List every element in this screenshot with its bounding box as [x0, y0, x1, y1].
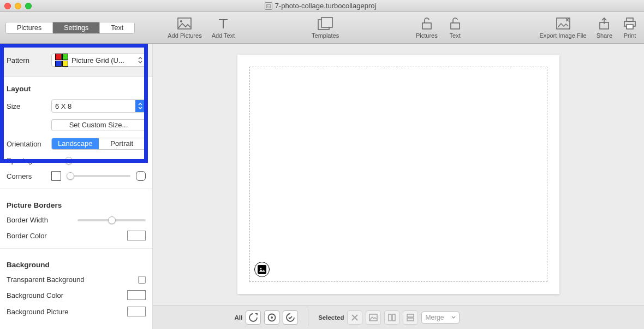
add-text-label: Add Text: [212, 32, 235, 39]
svg-rect-19: [392, 314, 395, 321]
share-icon: [597, 16, 612, 31]
svg-rect-10: [627, 18, 633, 21]
pattern-label: Pattern: [7, 56, 46, 64]
unlock-icon: [448, 16, 463, 31]
spacing-row: Spacing: [0, 153, 152, 168]
svg-rect-17: [369, 314, 377, 321]
pattern-swatch-icon: [55, 54, 68, 67]
set-custom-size-button[interactable]: Set Custom Size...: [51, 119, 146, 131]
lock-text-label: Text: [450, 32, 461, 39]
bg-picture-row: Background Picture: [0, 303, 152, 320]
templates-label: Templates: [312, 32, 339, 39]
toolbar-group-locks: Pictures Text: [416, 16, 463, 39]
size-row: Size 6 X 8: [0, 96, 152, 116]
print-button[interactable]: Print: [622, 16, 637, 39]
separator: [0, 248, 152, 249]
orientation-landscape-button[interactable]: Landscape: [52, 138, 99, 149]
add-text-button[interactable]: Add Text: [212, 16, 235, 39]
add-pictures-button[interactable]: Add Pictures: [168, 16, 201, 39]
confirm-all-button[interactable]: [283, 310, 298, 325]
orientation-label: Orientation: [7, 140, 46, 148]
svg-rect-20: [407, 314, 414, 317]
templates-button[interactable]: Templates: [312, 16, 339, 39]
main-area: Pattern Picture Grid (U... Layout Size 6…: [0, 44, 644, 329]
picture-borders-section-title: Picture Borders: [0, 193, 152, 213]
add-pictures-label: Add Pictures: [168, 32, 201, 39]
shuffle-all-button[interactable]: [246, 310, 261, 325]
templates-icon: [318, 16, 333, 31]
export-icon: [556, 16, 571, 31]
refresh-all-button[interactable]: [264, 310, 279, 325]
bottombar-all-group: All: [234, 310, 298, 325]
svg-rect-13: [259, 266, 265, 273]
lock-text-button[interactable]: Text: [448, 16, 463, 39]
share-button[interactable]: Share: [597, 16, 612, 39]
size-label: Size: [7, 102, 46, 110]
custom-size-row: Set Custom Size...: [0, 116, 152, 134]
lock-pictures-button[interactable]: Pictures: [416, 16, 438, 39]
document-filename: 7-photo-collage.turbocollageproj: [275, 2, 377, 10]
split-vertical-button[interactable]: [384, 310, 399, 325]
pattern-select[interactable]: Picture Grid (U...: [51, 54, 146, 67]
text-icon: [216, 16, 231, 31]
separator: [0, 189, 152, 189]
transparent-bg-row: Transparent Background: [0, 272, 152, 287]
transparent-bg-checkbox[interactable]: [138, 276, 146, 284]
collage-canvas[interactable]: [237, 55, 559, 294]
tab-pictures[interactable]: Pictures: [6, 22, 53, 33]
bottombar: All Selected Merge: [153, 305, 644, 329]
bg-color-swatch[interactable]: [127, 290, 146, 300]
export-image-button[interactable]: Export Image File: [539, 16, 586, 39]
svg-rect-5: [321, 17, 332, 27]
merge-label: Merge: [425, 314, 444, 321]
unlock-icon: [419, 16, 434, 31]
border-color-row: Border Color: [0, 227, 152, 244]
svg-point-3: [180, 20, 182, 22]
toolbar: Pictures Settings Text Add Pictures Add …: [0, 12, 644, 44]
zoom-window-button[interactable]: [25, 3, 32, 9]
picture-icon: [177, 16, 192, 31]
picture-icon: [258, 265, 266, 274]
svg-rect-6: [422, 23, 431, 29]
lock-pictures-label: Pictures: [416, 32, 438, 39]
svg-rect-2: [178, 18, 191, 29]
updown-arrows-icon: [135, 100, 145, 112]
size-select[interactable]: 6 X 8: [51, 99, 146, 113]
orientation-portrait-button[interactable]: Portrait: [99, 138, 146, 149]
corners-slider[interactable]: [67, 175, 130, 177]
svg-rect-18: [389, 314, 391, 321]
bg-picture-swatch[interactable]: [127, 307, 146, 316]
border-width-label: Border Width: [7, 216, 72, 224]
bg-color-label: Background Color: [7, 291, 99, 299]
orientation-row: Orientation Landscape Portrait: [0, 134, 152, 153]
split-horizontal-button[interactable]: [403, 310, 418, 325]
tab-settings[interactable]: Settings: [53, 22, 100, 33]
border-color-swatch[interactable]: [127, 231, 146, 240]
canvas-add-picture-button[interactable]: [254, 262, 270, 277]
bg-picture-label: Background Picture: [7, 308, 99, 316]
collage-dropzone[interactable]: [249, 67, 547, 282]
background-section-title: Background: [0, 253, 152, 272]
print-icon: [622, 16, 637, 31]
svg-rect-7: [451, 23, 460, 29]
pattern-row: Pattern Picture Grid (U...: [0, 44, 152, 77]
tab-text[interactable]: Text: [100, 22, 134, 33]
close-window-button[interactable]: [4, 3, 11, 9]
spacing-slider[interactable]: [63, 160, 146, 162]
orientation-segment: Landscape Portrait: [51, 138, 146, 150]
window-controls: [4, 3, 32, 9]
toolbar-group-export: Export Image File Share Print: [539, 16, 637, 39]
export-image-label: Export Image File: [539, 32, 586, 39]
toolbar-group-add: Add Pictures Add Text: [168, 16, 235, 39]
canvas-area: All Selected Merge: [153, 44, 644, 329]
layout-section-title: Layout: [0, 77, 152, 96]
merge-select[interactable]: Merge: [421, 312, 460, 324]
border-width-slider[interactable]: [77, 219, 146, 221]
picture-selected-button[interactable]: [366, 310, 381, 325]
minimize-window-button[interactable]: [15, 3, 21, 9]
delete-selected-button[interactable]: [347, 310, 362, 325]
square-corners-icon: [51, 171, 61, 181]
separator: [308, 309, 308, 326]
all-label: All: [234, 314, 242, 321]
svg-rect-21: [407, 318, 414, 321]
